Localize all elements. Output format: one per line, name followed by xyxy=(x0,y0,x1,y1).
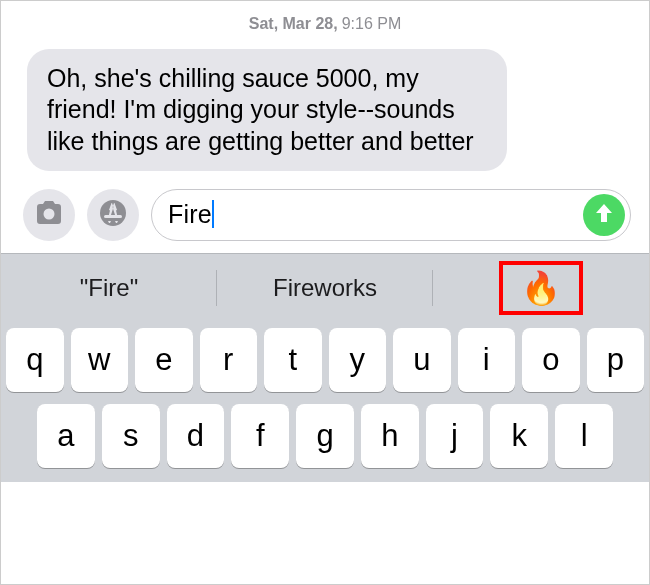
keyboard: "Fire" Fireworks 🔥 q w e r t y u i o p a xyxy=(1,253,649,482)
key-d[interactable]: d xyxy=(167,404,225,468)
key-g[interactable]: g xyxy=(296,404,354,468)
key-k[interactable]: k xyxy=(490,404,548,468)
key-h[interactable]: h xyxy=(361,404,419,468)
key-r[interactable]: r xyxy=(200,328,258,392)
message-input[interactable]: Fire xyxy=(168,200,583,230)
app-store-icon xyxy=(98,198,128,232)
svg-point-1 xyxy=(100,200,126,226)
received-message: Oh, she's chilling sauce 5000, my friend… xyxy=(27,49,507,171)
compose-row: Fire xyxy=(1,189,649,253)
timestamp-date: Sat, Mar 28, xyxy=(249,15,338,33)
key-t[interactable]: t xyxy=(264,328,322,392)
key-p[interactable]: p xyxy=(587,328,645,392)
timestamp-time: 9:16 PM xyxy=(342,15,402,33)
key-y[interactable]: y xyxy=(329,328,387,392)
text-cursor xyxy=(212,200,214,228)
key-f[interactable]: f xyxy=(231,404,289,468)
message-input-container[interactable]: Fire xyxy=(151,189,631,241)
suggestion-bar: "Fire" Fireworks 🔥 xyxy=(1,254,649,322)
arrow-up-icon xyxy=(594,202,614,228)
key-q[interactable]: q xyxy=(6,328,64,392)
app-store-button[interactable] xyxy=(87,189,139,241)
suggestion-1[interactable]: "Fire" xyxy=(1,254,217,322)
timestamp: Sat, Mar 28, 9:16 PM xyxy=(1,1,649,41)
camera-icon xyxy=(32,199,66,231)
fire-emoji-icon: 🔥 xyxy=(521,272,561,304)
key-s[interactable]: s xyxy=(102,404,160,468)
key-e[interactable]: e xyxy=(135,328,193,392)
svg-rect-2 xyxy=(104,215,122,218)
svg-point-0 xyxy=(44,208,55,219)
key-o[interactable]: o xyxy=(522,328,580,392)
key-row-2: a s d f g h j k l xyxy=(1,398,649,474)
camera-button[interactable] xyxy=(23,189,75,241)
suggestion-2[interactable]: Fireworks xyxy=(217,254,433,322)
key-u[interactable]: u xyxy=(393,328,451,392)
key-a[interactable]: a xyxy=(37,404,95,468)
highlight-annotation: 🔥 xyxy=(499,261,583,315)
key-j[interactable]: j xyxy=(426,404,484,468)
key-l[interactable]: l xyxy=(555,404,613,468)
messages-screen: Sat, Mar 28, 9:16 PM Oh, she's chilling … xyxy=(0,0,650,585)
key-row-1: q w e r t y u i o p xyxy=(1,322,649,398)
suggestion-3-emoji[interactable]: 🔥 xyxy=(433,254,649,322)
key-i[interactable]: i xyxy=(458,328,516,392)
key-w[interactable]: w xyxy=(71,328,129,392)
message-text: Oh, she's chilling sauce 5000, my friend… xyxy=(47,64,474,155)
send-button[interactable] xyxy=(583,194,625,236)
